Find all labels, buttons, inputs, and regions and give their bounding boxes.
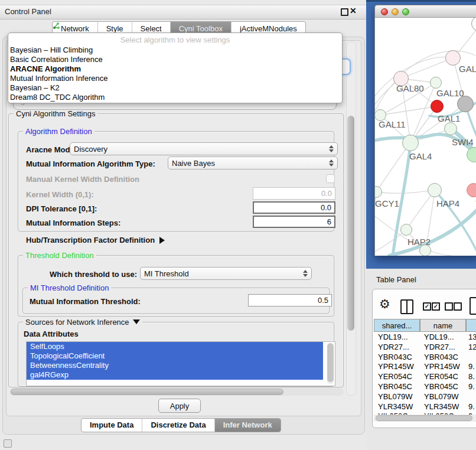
data-attributes-label: Data Attributes: [24, 330, 79, 338]
table-row[interactable]: YBR045CYBR045C9.: [374, 382, 476, 392]
network-node[interactable]: [457, 96, 474, 112]
which-threshold-combobox[interactable]: MI Threshold: [140, 267, 312, 280]
chevron-down-icon: [133, 319, 140, 324]
table-cell: YBR043C: [424, 353, 458, 361]
algorithm-option[interactable]: Mutual Information Inference: [8, 74, 342, 83]
close-icon[interactable]: ✕: [350, 6, 357, 15]
attribute-item[interactable]: BetweennessCentrality: [27, 361, 323, 370]
apply-button[interactable]: Apply: [158, 399, 201, 413]
algorithm-option[interactable]: Bayesian – Hill Climbing: [8, 45, 342, 55]
mi-threshold-field[interactable]: 0.5: [248, 294, 332, 306]
split-columns-icon[interactable]: [400, 299, 413, 314]
tab-discretize-data[interactable]: Discretize Data: [142, 419, 214, 432]
column-header-3[interactable]: A: [466, 319, 476, 332]
tab-infer-network[interactable]: Infer Network: [214, 419, 281, 432]
network-node-swi4[interactable]: [444, 122, 457, 135]
column-header-1[interactable]: shared...: [374, 319, 420, 332]
algorithm-option[interactable]: ARACNE Algorithm: [8, 64, 342, 74]
table-cell: YER054C: [378, 372, 412, 381]
table-cell: YBR045C: [424, 382, 458, 391]
settings-vertical-scrollbar-thumb[interactable]: [347, 116, 354, 331]
network-node-hap4[interactable]: [428, 183, 442, 197]
table-row[interactable]: YER054CYER054C8.: [374, 372, 476, 382]
tab-impute-data[interactable]: Impute Data: [81, 419, 142, 432]
settings-horizontal-scrollbar-thumb[interactable]: [11, 389, 283, 395]
control-panel-title: Control Panel: [5, 7, 51, 16]
table-horizontal-scrollbar-thumb[interactable]: [376, 415, 472, 421]
mi-steps-field[interactable]: 6: [253, 216, 335, 228]
aracne-mode-value: Discovery: [74, 145, 328, 154]
table-cell: 9.: [468, 362, 475, 371]
dpi-tolerance-value: 0.0: [321, 203, 331, 212]
list-scrollbar-thumb[interactable]: [327, 343, 334, 382]
chevron-right-icon: [159, 237, 165, 244]
sources-title: Sources for Network Inference: [23, 318, 142, 327]
unchecked-checkbox-icon[interactable]: [454, 302, 462, 311]
algorithm-option[interactable]: Bayesian – K2: [8, 83, 342, 93]
attribute-item[interactable]: TopologicalCoefficient: [27, 351, 323, 361]
algorithm-option[interactable]: Basic Correlation Inference: [8, 55, 342, 64]
stepper-arrows-icon: [302, 270, 308, 277]
kernel-width-field[interactable]: 0.0: [253, 187, 335, 200]
network-node[interactable]: [419, 244, 431, 256]
network-node-label: GAL4: [409, 151, 432, 161]
table-cell: YBR043C: [378, 353, 412, 361]
network-node-label: SWI4: [452, 137, 474, 147]
table-cell: 9.: [468, 402, 475, 411]
table-row[interactable]: YDL19...YDL19...13: [374, 332, 476, 343]
table-cell: YLR345W: [424, 402, 459, 411]
network-node-label: GAL: [459, 64, 476, 74]
table-cell: YDL19...: [424, 332, 454, 341]
mi-algorithm-type-label: Mutual Information Algorithm Type:: [26, 159, 155, 168]
table-row[interactable]: YBR043CYBR043C: [374, 353, 476, 363]
apply-button-label: Apply: [170, 402, 190, 410]
network-node-gal1[interactable]: [431, 100, 444, 113]
cyni-algorithm-settings-title: Cyni Algorithm Settings: [14, 109, 97, 118]
checked-checkbox-icon[interactable]: ✓: [423, 302, 431, 311]
zoom-traffic-light-icon[interactable]: [402, 8, 409, 15]
hub-definition-label: Hub/Transcription Factor Definition: [26, 236, 155, 244]
panel-corner-icon[interactable]: [4, 439, 12, 448]
table-row[interactable]: YBL079WYBL079W: [374, 392, 476, 402]
manual-kernel-width-checkbox[interactable]: [326, 174, 335, 183]
network-icon: [53, 22, 60, 30]
attribute-item[interactable]: gal4RGexp: [27, 370, 323, 380]
mi-algorithm-type-combobox[interactable]: Naive Bayes: [168, 156, 338, 169]
network-window-titlebar[interactable]: [374, 5, 476, 18]
close-traffic-light-icon[interactable]: [381, 8, 388, 15]
network-node-gal4[interactable]: [402, 135, 419, 151]
gear-icon[interactable]: ⚙: [379, 297, 390, 311]
screen: Control Panel ✕ NetworkStyleSelectCyni T…: [0, 0, 476, 450]
table-icon[interactable]: [470, 297, 476, 315]
network-node-hap2[interactable]: [400, 224, 412, 236]
algorithm-option[interactable]: Dream8 DC_TDC Algorithm: [8, 93, 342, 102]
hub-definition-toggle[interactable]: Hub/Transcription Factor Definition: [26, 236, 165, 244]
table-cell: 12: [468, 343, 476, 351]
float-window-icon[interactable]: [341, 8, 348, 16]
control-panel-titlebar: [0, 5, 366, 19]
mi-threshold-value: 0.5: [318, 296, 328, 305]
table-row[interactable]: YDR27...YDR27...12: [374, 343, 476, 353]
column-header-2[interactable]: name: [420, 319, 466, 332]
table-cell: YPR145W: [378, 362, 414, 371]
kernel-width-value: 0.0: [321, 189, 332, 198]
table-row[interactable]: YLR345WYLR345W9.: [374, 402, 476, 412]
network-node-label: HAP4: [436, 198, 459, 208]
table-cell: YBL079W: [378, 392, 413, 401]
bottom-tabbar: Impute DataDiscretize DataInfer Network: [81, 418, 281, 432]
unchecked-checkbox-icon[interactable]: [445, 302, 453, 311]
network-node-label: GAL80: [396, 83, 424, 93]
attribute-item[interactable]: SelfLoops: [27, 342, 323, 351]
table-cell: YBL079W: [424, 392, 459, 401]
table-cell: YDL19...: [378, 332, 408, 341]
data-attributes-list[interactable]: SelfLoopsTopologicalCoefficientBetweenne…: [26, 341, 335, 386]
dpi-tolerance-field[interactable]: 0.0: [253, 201, 335, 214]
table-cell: YER054C: [424, 372, 458, 381]
network-node-gal10[interactable]: [430, 77, 442, 89]
network-canvas[interactable]: GALGAL80GAL10GAL1GAL11SWI4GAL4GCY1HAP4YH…: [374, 18, 476, 256]
aracne-mode-combobox[interactable]: Discovery: [70, 142, 338, 155]
table-row[interactable]: YPR145WYPR145W9.: [374, 362, 476, 372]
manual-kernel-width-label: Manual Kernel Width Definition: [26, 175, 139, 184]
checked-checkbox-icon[interactable]: ✓: [432, 302, 440, 311]
minimize-traffic-light-icon[interactable]: [392, 8, 399, 15]
